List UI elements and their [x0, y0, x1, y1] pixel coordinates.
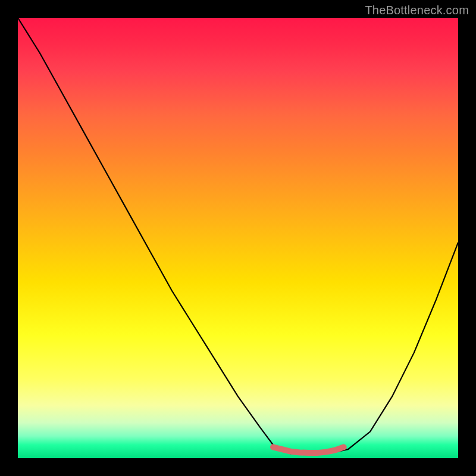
- chart-container: TheBottleneck.com: [0, 0, 476, 476]
- chart-svg: [18, 18, 458, 458]
- bottleneck-curve-path: [18, 18, 458, 454]
- plot-area: [18, 18, 458, 458]
- watermark-text: TheBottleneck.com: [365, 4, 469, 17]
- optimal-zone-marker: [273, 447, 343, 453]
- optimal-zone-dot: [270, 444, 276, 450]
